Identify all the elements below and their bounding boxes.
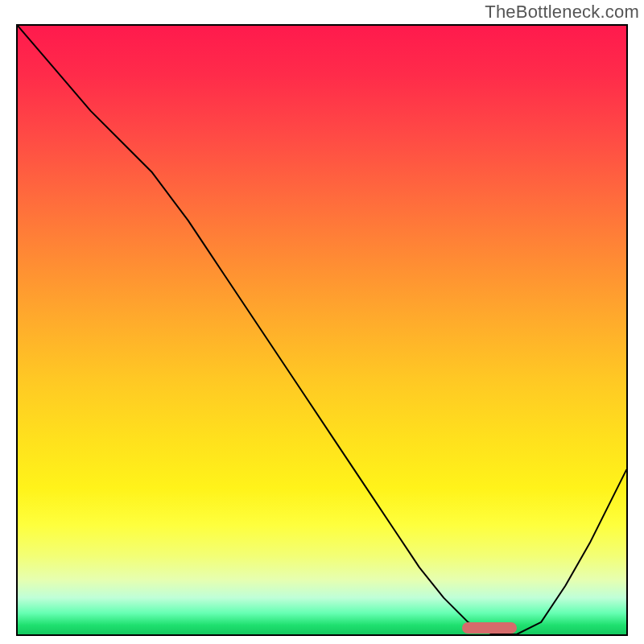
- chart-stage: TheBottleneck.com: [0, 0, 644, 644]
- chart-frame: [16, 24, 628, 636]
- bottleneck-curve: [18, 26, 626, 634]
- watermark-label: TheBottleneck.com: [485, 2, 639, 23]
- curve-path: [18, 26, 626, 634]
- optimal-range-indicator: [462, 622, 517, 634]
